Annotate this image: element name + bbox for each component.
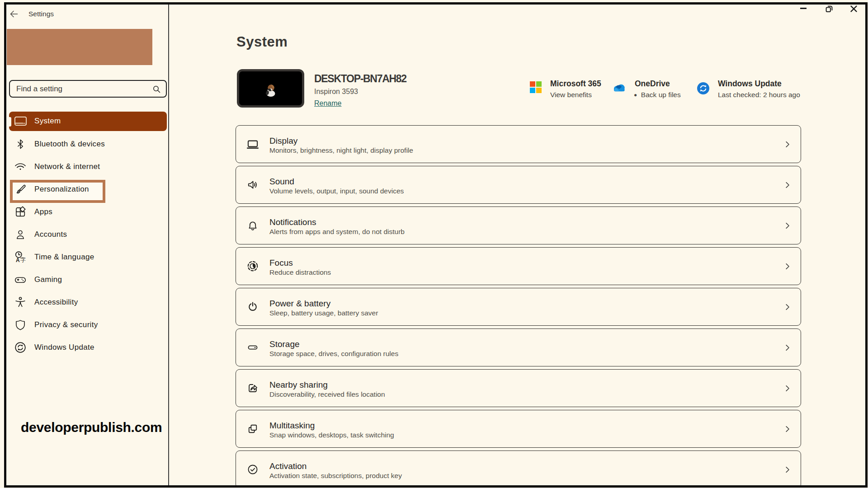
svg-text:字: 字 [20,256,26,263]
svg-text:A: A [16,257,20,263]
